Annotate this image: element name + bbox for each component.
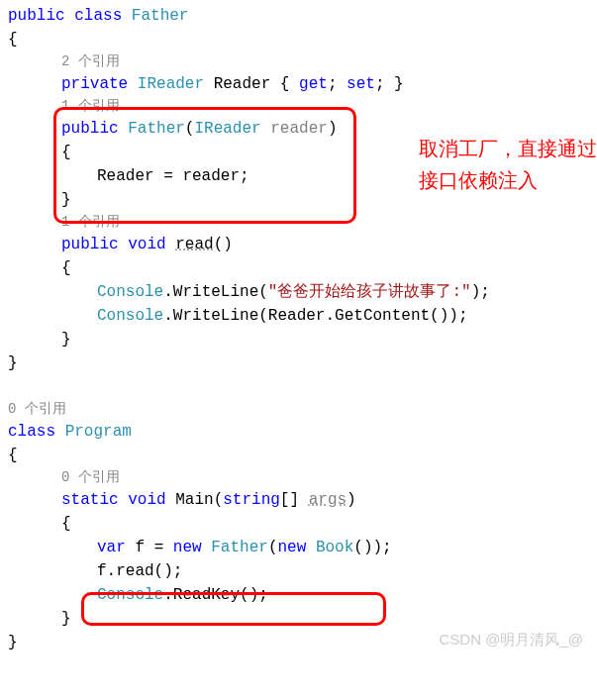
codelens-references[interactable]: 0 个引用	[8, 467, 589, 488]
code-line: {	[8, 256, 589, 280]
code-line: var f = new Father(new Book());	[8, 536, 589, 559]
keyword-class: class	[74, 7, 122, 25]
method: ReadKey	[173, 586, 240, 604]
keyword-class: class	[8, 423, 55, 441]
code-line: public class Father	[8, 4, 589, 28]
keyword-public: public	[61, 120, 119, 138]
brace: }	[61, 191, 71, 209]
code-line: }	[8, 607, 589, 631]
identifier: Reader	[214, 75, 271, 93]
code-line: public void read()	[8, 233, 589, 256]
statement: Reader = reader;	[97, 167, 249, 185]
type-ireader: IReader	[138, 75, 204, 93]
keyword-set: set	[347, 75, 375, 93]
keyword-var: var	[97, 539, 126, 556]
codelens-references[interactable]: 1 个引用	[8, 96, 589, 117]
code-line: private IReader Reader { get; set; }	[8, 72, 589, 96]
brace: }	[61, 610, 71, 628]
code-line: class Program	[8, 420, 589, 444]
brace: {	[61, 515, 71, 533]
type-console: Console	[97, 307, 163, 325]
keyword-string: string	[223, 491, 280, 509]
identifier: f	[135, 539, 145, 556]
keyword-get: get	[299, 75, 328, 93]
codelens-references[interactable]: 1 个引用	[8, 212, 589, 233]
brace: {	[61, 144, 71, 161]
brace: {	[8, 447, 18, 464]
keyword-new: new	[173, 539, 202, 556]
type-father: Father	[132, 7, 189, 25]
type-console: Console	[97, 283, 163, 301]
watermark: CSDN @明月清风_@	[440, 629, 583, 651]
type-program: Program	[65, 423, 132, 441]
keyword-new: new	[277, 539, 306, 556]
code-line: f.read();	[8, 559, 589, 583]
keyword-public: public	[8, 7, 65, 25]
codelens-references[interactable]: 0 个引用	[8, 399, 589, 420]
code-line: {	[8, 444, 589, 467]
blank-line	[8, 375, 589, 399]
keyword-static: static	[61, 491, 119, 509]
identifier: Reader	[268, 307, 326, 325]
parameter-args: args	[309, 491, 347, 509]
code-line: }	[8, 351, 589, 375]
type-book: Book	[316, 539, 353, 556]
codelens-references[interactable]: 2 个引用	[8, 51, 589, 72]
annotation-text: 取消工厂，直接通过接口依赖注入	[419, 133, 597, 196]
method-name: Main	[175, 491, 213, 509]
keyword-public: public	[61, 236, 119, 253]
method: WriteLine	[173, 307, 258, 325]
keyword-void: void	[128, 236, 165, 253]
statement: f.read();	[97, 562, 182, 580]
brace: {	[8, 31, 18, 49]
method: GetContent	[335, 307, 430, 325]
type-console: Console	[97, 586, 163, 604]
parameter: reader	[270, 120, 328, 138]
method-name: read	[175, 236, 213, 253]
code-line: Console.WriteLine("爸爸开始给孩子讲故事了:");	[8, 280, 589, 304]
keyword-private: private	[61, 75, 128, 93]
code-line: {	[8, 512, 589, 536]
code-line: {	[8, 28, 589, 51]
keyword-void: void	[128, 491, 165, 509]
code-line: Console.WriteLine(Reader.GetContent());	[8, 304, 589, 328]
code-editor[interactable]: public class Father { 2 个引用 private IRea…	[8, 4, 589, 654]
brace: {	[61, 259, 71, 277]
type-father: Father	[211, 539, 268, 556]
code-line: static void Main(string[] args)	[8, 488, 589, 512]
type-father: Father	[128, 120, 185, 138]
type-ireader: IReader	[194, 120, 260, 138]
code-line: }	[8, 328, 589, 351]
brace: }	[8, 634, 18, 651]
code-line: Console.ReadKey();	[8, 583, 589, 607]
brace: }	[8, 354, 18, 372]
method: WriteLine	[173, 283, 258, 301]
string-literal: "爸爸开始给孩子讲故事了:"	[268, 283, 471, 301]
brace: }	[61, 331, 71, 349]
